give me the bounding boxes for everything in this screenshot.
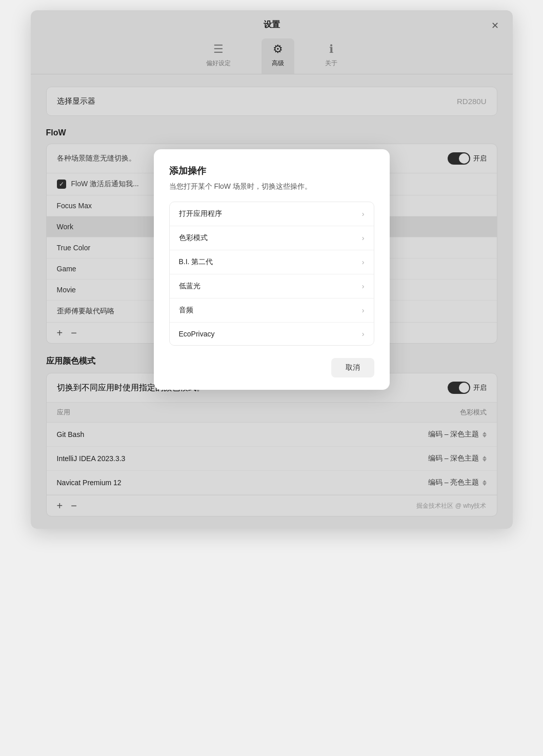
add-action-modal: 添加操作 当您打开某个 FloW 场景时，切换这些操作。 打开应用程序 › 色彩…	[154, 149, 390, 390]
modal-overlay: 添加操作 当您打开某个 FloW 场景时，切换这些操作。 打开应用程序 › 色彩…	[31, 10, 513, 529]
modal-item-color-mode-label: 色彩模式	[179, 233, 208, 243]
chevron-right-icon: ›	[362, 258, 365, 266]
modal-subtitle: 当您打开某个 FloW 场景时，切换这些操作。	[169, 182, 374, 191]
modal-action-list: 打开应用程序 › 色彩模式 › B.I. 第二代 › 低蓝光 › 音频 ›	[169, 202, 374, 346]
modal-item-open-app[interactable]: 打开应用程序 ›	[170, 202, 374, 226]
chevron-right-icon: ›	[362, 330, 365, 338]
modal-item-bi-label: B.I. 第二代	[179, 257, 213, 267]
chevron-right-icon: ›	[362, 282, 365, 290]
modal-item-audio[interactable]: 音频 ›	[170, 299, 374, 323]
modal-title: 添加操作	[169, 165, 374, 177]
modal-cancel-button[interactable]: 取消	[331, 358, 374, 377]
modal-item-ecoprivacy[interactable]: EcoPrivacy ›	[170, 323, 374, 345]
modal-item-open-app-label: 打开应用程序	[179, 209, 222, 218]
chevron-right-icon: ›	[362, 210, 365, 218]
modal-item-audio-label: 音频	[179, 306, 193, 315]
modal-item-low-blue-label: 低蓝光	[179, 282, 200, 291]
modal-item-color-mode[interactable]: 色彩模式 ›	[170, 226, 374, 250]
chevron-right-icon: ›	[362, 234, 365, 242]
modal-item-bi[interactable]: B.I. 第二代 ›	[170, 250, 374, 274]
modal-item-ecoprivacy-label: EcoPrivacy	[179, 330, 215, 338]
modal-item-low-blue[interactable]: 低蓝光 ›	[170, 274, 374, 299]
chevron-right-icon: ›	[362, 306, 365, 314]
settings-window: 设置 ✕ ☰ 偏好设定 ⚙ 高级 ℹ 关于 选择显示器 RD280U FloW …	[31, 10, 513, 529]
modal-footer: 取消	[169, 358, 374, 377]
